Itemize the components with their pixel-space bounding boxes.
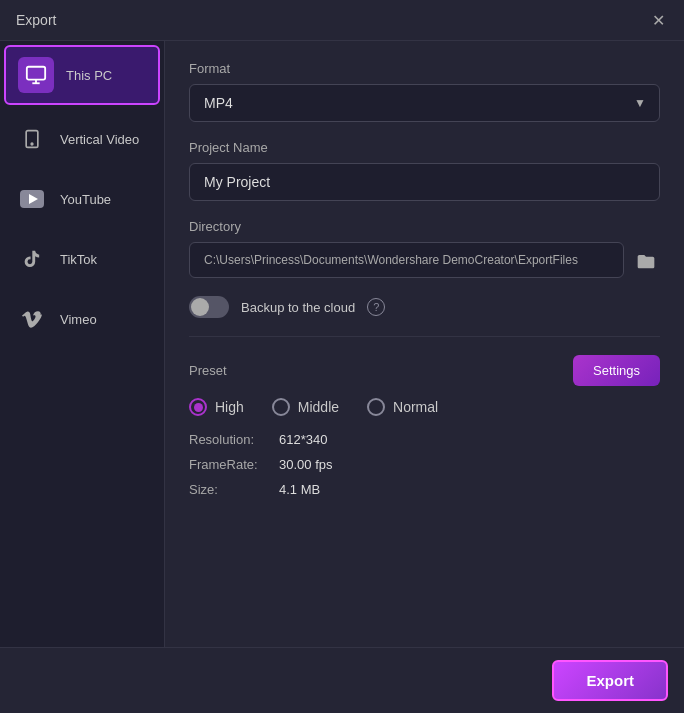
directory-row xyxy=(189,242,660,278)
vimeo-icon xyxy=(16,303,48,335)
mobile-icon xyxy=(16,123,48,155)
sidebar-item-label: This PC xyxy=(66,68,112,83)
preset-label: Preset xyxy=(189,363,227,378)
framerate-label: FrameRate: xyxy=(189,457,279,472)
backup-row: Backup to the cloud ? xyxy=(189,296,660,318)
monitor-icon xyxy=(18,57,54,93)
sidebar-item-youtube[interactable]: YouTube xyxy=(0,169,164,229)
radio-label-middle: Middle xyxy=(298,399,339,415)
youtube-icon xyxy=(16,183,48,215)
preset-option-middle[interactable]: Middle xyxy=(272,398,339,416)
sidebar: This PC Vertical Video xyxy=(0,41,165,647)
radio-inner-high xyxy=(194,403,203,412)
framerate-value: 30.00 fps xyxy=(279,457,333,472)
project-name-group: Project Name xyxy=(189,140,660,201)
size-row: Size: 4.1 MB xyxy=(189,482,660,497)
title-bar: Export ✕ xyxy=(0,0,684,41)
size-label: Size: xyxy=(189,482,279,497)
radio-outer-high xyxy=(189,398,207,416)
resolution-value: 612*340 xyxy=(279,432,327,447)
radio-label-normal: Normal xyxy=(393,399,438,415)
directory-input[interactable] xyxy=(189,242,624,278)
directory-label: Directory xyxy=(189,219,660,234)
tiktok-icon xyxy=(16,243,48,275)
resolution-label: Resolution: xyxy=(189,432,279,447)
preset-radio-group: High Middle Normal xyxy=(189,398,660,416)
preset-header: Preset Settings xyxy=(189,355,660,386)
directory-group: Directory xyxy=(189,219,660,278)
preset-option-normal[interactable]: Normal xyxy=(367,398,438,416)
project-name-label: Project Name xyxy=(189,140,660,155)
sidebar-item-label: YouTube xyxy=(60,192,111,207)
sidebar-item-this-pc[interactable]: This PC xyxy=(4,45,160,105)
backup-toggle[interactable] xyxy=(189,296,229,318)
framerate-row: FrameRate: 30.00 fps xyxy=(189,457,660,472)
close-button[interactable]: ✕ xyxy=(648,10,668,30)
svg-rect-0 xyxy=(27,67,45,80)
preset-option-high[interactable]: High xyxy=(189,398,244,416)
resolution-row: Resolution: 612*340 xyxy=(189,432,660,447)
sidebar-item-tiktok[interactable]: TikTok xyxy=(0,229,164,289)
radio-outer-normal xyxy=(367,398,385,416)
sidebar-item-label: Vertical Video xyxy=(60,132,139,147)
preset-section: Preset Settings High Middle xyxy=(189,355,660,497)
sidebar-item-label: Vimeo xyxy=(60,312,97,327)
format-select[interactable]: MP4 AVI MOV MKV GIF xyxy=(189,84,660,122)
export-button[interactable]: Export xyxy=(552,660,668,701)
backup-label: Backup to the cloud xyxy=(241,300,355,315)
toggle-knob xyxy=(191,298,209,316)
main-content: This PC Vertical Video xyxy=(0,41,684,647)
format-select-wrapper: MP4 AVI MOV MKV GIF ▼ xyxy=(189,84,660,122)
window-title: Export xyxy=(16,12,56,28)
divider xyxy=(189,336,660,337)
svg-point-4 xyxy=(31,143,33,145)
export-window: Export ✕ This PC xyxy=(0,0,684,713)
settings-button[interactable]: Settings xyxy=(573,355,660,386)
sidebar-item-vertical-video[interactable]: Vertical Video xyxy=(0,109,164,169)
sidebar-item-label: TikTok xyxy=(60,252,97,267)
help-icon[interactable]: ? xyxy=(367,298,385,316)
project-name-input[interactable] xyxy=(189,163,660,201)
format-label: Format xyxy=(189,61,660,76)
format-group: Format MP4 AVI MOV MKV GIF ▼ xyxy=(189,61,660,122)
content-panel: Format MP4 AVI MOV MKV GIF ▼ Project Nam… xyxy=(165,41,684,647)
radio-label-high: High xyxy=(215,399,244,415)
sidebar-item-vimeo[interactable]: Vimeo xyxy=(0,289,164,349)
size-value: 4.1 MB xyxy=(279,482,320,497)
radio-outer-middle xyxy=(272,398,290,416)
footer: Export xyxy=(0,647,684,713)
folder-browse-button[interactable] xyxy=(632,247,660,273)
